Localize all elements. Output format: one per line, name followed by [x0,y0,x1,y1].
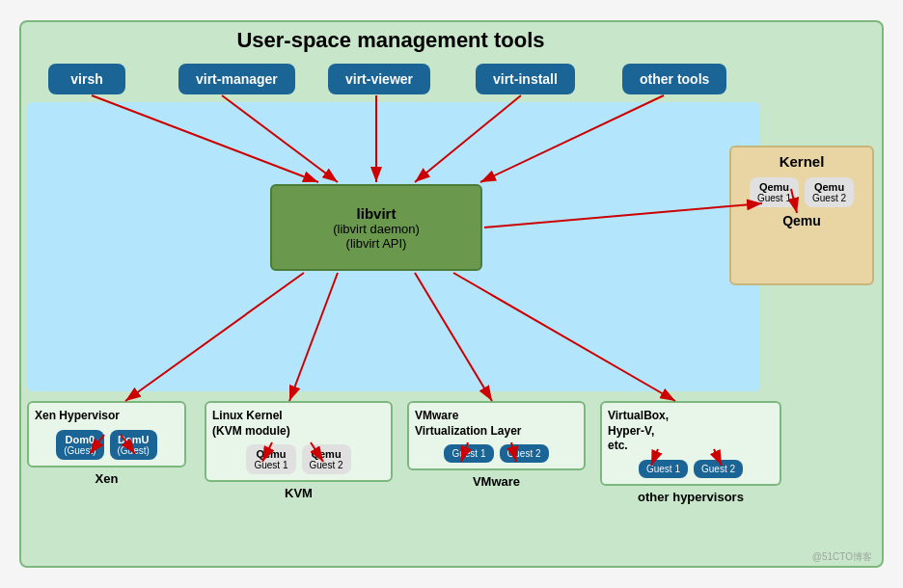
other-guest-2: Guest 2 [694,460,743,478]
libvirt-box: libvirt (libvirt daemon) (libvirt API) [270,184,482,271]
libvirt-daemon: (libvirt daemon) [333,222,420,236]
watermark: @51CTO博客 [812,550,872,564]
tool-virt-manager: virt-manager [178,64,295,94]
qemu-label: Qemu [731,213,872,228]
xen-section: Xen Hypervisor Dom0 (Guest) DomU (Guest)… [27,401,186,486]
libvirt-title: libvirt [357,205,397,222]
other-hyp-label: other hypervisors [600,490,781,504]
kvm-label: KVM [205,486,393,500]
xen-hypervisor-title: Xen Hypervisor [35,409,178,424]
kernel-title: Kernel [731,147,872,170]
vmware-guest-1: Guest 1 [444,444,493,463]
vmware-label: VMware [407,474,586,489]
vmware-section: VMwareVirtualization Layer Guest 1 Guest… [407,401,586,489]
other-hypervisors-section: VirtualBox,Hyper-V,etc. Guest 1 Guest 2 … [600,401,781,504]
diagram-container: User-space management tools virsh virt-m… [19,20,884,568]
main-title: User-space management tools [19,28,762,53]
kvm-section: Linux Kernel(KVM module) Qemu Guest 1 Qe… [205,401,393,500]
kernel-guest-1: Qemu Guest 1 [750,177,799,207]
kernel-guest-2: Qemu Guest 2 [805,177,854,207]
xen-dom0: Dom0 (Guest) [56,430,103,460]
other-hyp-title: VirtualBox,Hyper-V,etc. [608,409,774,454]
tool-virt-install: virt-install [476,64,575,94]
kvm-qemu-1: Qemu Guest 1 [246,444,295,474]
kernel-box: Kernel Qemu Guest 1 Qemu Guest 2 Qemu [729,146,874,285]
other-guest-1: Guest 1 [639,460,688,478]
libvirt-api: (libvirt API) [346,236,407,251]
tool-virt-viewer: virt-viewer [328,64,430,94]
xen-label: Xen [27,471,186,486]
kvm-qemu-2: Qemu Guest 2 [302,444,351,474]
xen-domu: DomU (Guest) [110,430,157,460]
tool-other-tools: other tools [622,64,726,94]
vmware-title: VMwareVirtualization Layer [415,409,578,439]
kvm-title: Linux Kernel(KVM module) [212,409,385,439]
tool-virsh: virsh [48,64,125,94]
title-text: User-space management tools [236,28,544,52]
vmware-guest-2: Guest 2 [500,444,549,463]
